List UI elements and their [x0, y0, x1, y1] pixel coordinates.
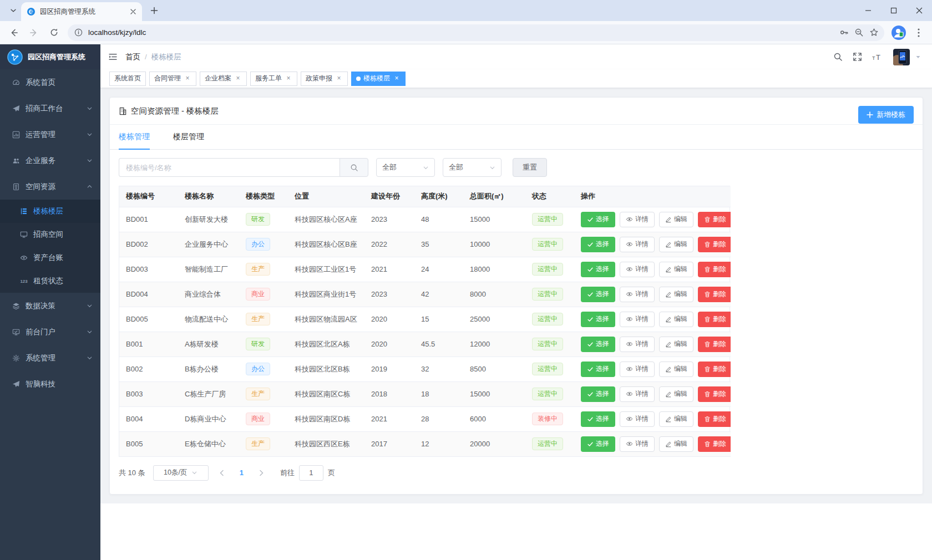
close-icon[interactable]: ×: [335, 75, 343, 83]
详情-button[interactable]: 详情: [620, 237, 655, 252]
panel-tab-0[interactable]: 楼栋管理: [119, 125, 150, 149]
删除-button[interactable]: 删除: [698, 287, 731, 302]
删除-button[interactable]: 删除: [698, 337, 731, 352]
sidebar-item-2[interactable]: 运营管理: [0, 121, 100, 147]
详情-button[interactable]: 详情: [620, 287, 655, 302]
reload-icon[interactable]: [45, 24, 62, 41]
编辑-button[interactable]: 编辑: [659, 386, 693, 402]
sidebar-item-7[interactable]: 系统管理: [0, 345, 100, 371]
删除-button[interactable]: 删除: [698, 237, 731, 252]
选择-button[interactable]: 选择: [581, 287, 615, 302]
选择-button[interactable]: 选择: [581, 312, 615, 327]
back-icon[interactable]: [6, 24, 22, 41]
sidebar-subitem-3[interactable]: 123租赁状态: [0, 269, 100, 293]
view-tag-5[interactable]: 楼栋楼层×: [351, 72, 406, 86]
删除-button[interactable]: 删除: [698, 212, 731, 227]
sidebar-item-8[interactable]: 智脑科技: [0, 371, 100, 397]
详情-button[interactable]: 详情: [620, 337, 655, 352]
panel-tab-1[interactable]: 楼层管理: [173, 125, 204, 149]
search-button[interactable]: [340, 158, 368, 177]
编辑-button[interactable]: 编辑: [659, 436, 693, 452]
view-tag-1[interactable]: 合同管理×: [149, 72, 196, 86]
详情-button[interactable]: 详情: [620, 262, 655, 277]
sidebar-item-4[interactable]: 空间资源: [0, 174, 100, 200]
编辑-button[interactable]: 编辑: [659, 287, 693, 302]
zoom-out-icon[interactable]: [854, 28, 864, 37]
选择-button[interactable]: 选择: [581, 337, 615, 352]
选择-button[interactable]: 选择: [581, 262, 615, 277]
avatar-caret-icon[interactable]: [915, 54, 921, 60]
选择-button[interactable]: 选择: [581, 436, 615, 452]
sidebar-subitem-2[interactable]: 资产台账: [0, 246, 100, 269]
sidebar-item-6[interactable]: 前台门户: [0, 319, 100, 345]
window-close-button[interactable]: [906, 0, 932, 21]
view-tag-3[interactable]: 服务工单×: [250, 72, 297, 86]
删除-button[interactable]: 删除: [698, 362, 731, 377]
view-tag-0[interactable]: 系统首页: [109, 72, 146, 86]
browser-profile-avatar[interactable]: [890, 24, 908, 42]
选择-button[interactable]: 选择: [581, 411, 615, 427]
详情-button[interactable]: 详情: [620, 312, 655, 327]
sidebar-item-3[interactable]: 企业服务: [0, 147, 100, 174]
close-icon[interactable]: ×: [393, 75, 401, 83]
删除-button[interactable]: 删除: [698, 312, 731, 327]
tab-close-icon[interactable]: [129, 7, 138, 16]
详情-button[interactable]: 详情: [620, 212, 655, 227]
删除-button[interactable]: 删除: [698, 262, 731, 277]
breadcrumb-home[interactable]: 首页: [125, 52, 140, 62]
选择-button[interactable]: 选择: [581, 212, 615, 227]
编辑-button[interactable]: 编辑: [659, 312, 693, 327]
new-tab-button[interactable]: [146, 3, 162, 18]
close-icon[interactable]: ×: [285, 75, 292, 83]
omnibox[interactable]: localhost/kjzy/ldlc: [68, 24, 884, 41]
browser-tab[interactable]: 园区招商管理系统: [21, 2, 142, 21]
sidebar-item-1[interactable]: 招商工作台: [0, 95, 100, 121]
选择-button[interactable]: 选择: [581, 362, 615, 377]
sidebar-item-0[interactable]: 系统首页: [0, 69, 100, 95]
编辑-button[interactable]: 编辑: [659, 362, 693, 377]
删除-button[interactable]: 删除: [698, 386, 731, 402]
tab-search-chevron-icon[interactable]: [6, 1, 21, 20]
view-tag-2[interactable]: 企业档案×: [200, 72, 247, 86]
type-select[interactable]: 全部: [376, 158, 435, 177]
删除-button[interactable]: 删除: [698, 411, 731, 427]
view-tag-4[interactable]: 政策申报×: [301, 72, 348, 86]
url-text[interactable]: localhost/kjzy/ldlc: [88, 28, 834, 37]
browser-menu-icon[interactable]: [911, 25, 926, 40]
编辑-button[interactable]: 编辑: [659, 337, 693, 352]
page-size-select[interactable]: 10条/页: [153, 465, 209, 481]
详情-button[interactable]: 详情: [620, 386, 655, 402]
status-select[interactable]: 全部: [443, 158, 502, 177]
fullscreen-icon[interactable]: [853, 52, 862, 62]
close-icon[interactable]: ×: [184, 75, 191, 83]
user-avatar[interactable]: [893, 49, 910, 65]
编辑-button[interactable]: 编辑: [659, 262, 693, 277]
goto-page-input[interactable]: [299, 465, 323, 481]
编辑-button[interactable]: 编辑: [659, 237, 693, 252]
page-number[interactable]: 1: [235, 469, 248, 477]
next-page-icon[interactable]: [256, 470, 267, 476]
menu-collapse-icon[interactable]: [108, 52, 118, 62]
window-minimize-button[interactable]: [855, 0, 881, 21]
reset-button[interactable]: 重置: [513, 158, 547, 177]
prev-page-icon[interactable]: [216, 470, 227, 476]
password-key-icon[interactable]: [839, 28, 849, 37]
详情-button[interactable]: 详情: [620, 436, 655, 452]
编辑-button[interactable]: 编辑: [659, 411, 693, 427]
search-input[interactable]: [119, 158, 340, 177]
header-search-icon[interactable]: [833, 52, 843, 62]
删除-button[interactable]: 删除: [698, 436, 731, 452]
close-icon[interactable]: ×: [234, 75, 242, 83]
forward-icon[interactable]: [26, 24, 42, 41]
site-info-icon[interactable]: [74, 28, 83, 37]
sidebar-subitem-0[interactable]: 楼栋楼层: [0, 200, 100, 223]
编辑-button[interactable]: 编辑: [659, 212, 693, 227]
选择-button[interactable]: 选择: [581, 237, 615, 252]
选择-button[interactable]: 选择: [581, 386, 615, 402]
详情-button[interactable]: 详情: [620, 411, 655, 427]
font-size-icon[interactable]: TT: [872, 53, 883, 62]
详情-button[interactable]: 详情: [620, 362, 655, 377]
sidebar-subitem-1[interactable]: 招商空间: [0, 223, 100, 246]
add-building-button[interactable]: 新增楼栋: [858, 106, 914, 124]
bookmark-star-icon[interactable]: [869, 28, 879, 37]
